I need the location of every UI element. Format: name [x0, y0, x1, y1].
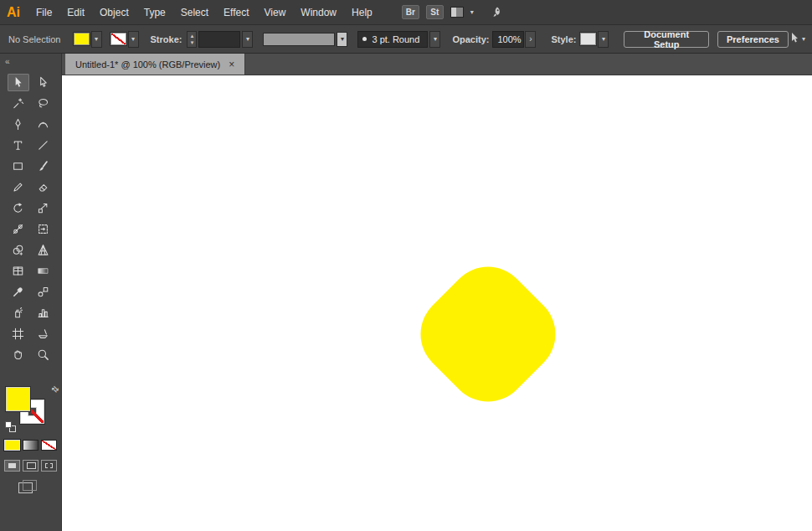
menu-effect[interactable]: Effect [216, 0, 256, 25]
artboard-tool[interactable] [8, 325, 29, 343]
menu-edit[interactable]: Edit [59, 0, 92, 25]
toolbox-fill-swatch[interactable] [6, 387, 30, 411]
style-swatch[interactable] [580, 33, 596, 45]
width-profile-control: ▾ [263, 32, 347, 47]
fill-color-control: ▾ [74, 31, 102, 48]
gradient-tool[interactable] [32, 262, 54, 280]
tab-close-icon[interactable]: × [229, 59, 234, 70]
menu-help[interactable]: Help [344, 0, 380, 25]
shaper-tool[interactable] [8, 178, 29, 196]
width-tool[interactable] [8, 220, 29, 238]
stock-button[interactable]: St [426, 5, 444, 19]
line-segment-tool[interactable] [32, 137, 54, 154]
width-profile-caret-icon[interactable]: ▾ [337, 32, 347, 47]
zoom-tool[interactable] [32, 346, 54, 363]
artboard-canvas[interactable] [62, 75, 812, 531]
brush-definition-value: 3 pt. Round [372, 34, 419, 44]
type-tool[interactable] [8, 137, 29, 154]
opacity-input[interactable]: 100% [492, 31, 524, 48]
none-button[interactable] [41, 440, 57, 451]
change-screen-mode-button[interactable] [18, 480, 37, 493]
symbol-sprayer-tool[interactable] [8, 304, 29, 322]
blend-tool[interactable] [32, 283, 54, 301]
default-fill-stroke-icon[interactable] [4, 420, 18, 434]
brush-caret-icon[interactable]: ▾ [429, 31, 440, 48]
document-tab[interactable]: Untitled-1* @ 100% (RGB/Preview) × [65, 54, 245, 75]
document-tab-title: Untitled-1* @ 100% (RGB/Preview) [75, 59, 220, 70]
column-graph-tool[interactable] [32, 304, 54, 322]
stroke-weight-caret-icon[interactable]: ▾ [242, 31, 253, 48]
opacity-chevron-icon[interactable]: › [525, 31, 536, 48]
artwork-rounded-square[interactable] [404, 250, 573, 419]
collapse-panel-icon[interactable]: « [0, 54, 61, 72]
style-label: Style: [551, 34, 576, 44]
stroke-weight-input[interactable] [198, 31, 240, 48]
free-transform-tool[interactable] [32, 220, 54, 238]
mesh-tool[interactable] [8, 262, 29, 280]
rectangle-tool[interactable] [8, 157, 29, 175]
magic-wand-tool[interactable] [8, 95, 29, 112]
style-caret-icon[interactable]: ▾ [598, 31, 609, 48]
tools-panel: « ⇄ [0, 54, 62, 531]
scale-tool[interactable] [32, 199, 54, 217]
fill-swatch[interactable] [74, 33, 90, 45]
pointer-options-caret-icon[interactable]: ▾ [802, 35, 805, 43]
fill-stroke-indicator: ⇄ [4, 387, 58, 437]
brush-definition-control: 3 pt. Round ▾ [357, 31, 440, 48]
menu-select[interactable]: Select [173, 0, 216, 25]
lasso-tool[interactable] [32, 95, 54, 112]
menu-object[interactable]: Object [92, 0, 136, 25]
preferences-button[interactable]: Preferences [717, 31, 789, 48]
fill-caret-icon[interactable]: ▾ [91, 31, 102, 48]
swap-fill-stroke-icon[interactable]: ⇄ [49, 384, 61, 395]
direct-selection-tool[interactable] [32, 74, 54, 91]
draw-behind-button[interactable] [23, 460, 39, 472]
rotate-tool[interactable] [8, 199, 29, 217]
opacity-label: Opacity: [452, 34, 489, 44]
menubar: Ai File Edit Object Type Select Effect V… [0, 0, 812, 25]
gradient-button[interactable] [23, 440, 39, 451]
slice-tool[interactable] [32, 325, 54, 343]
eraser-tool[interactable] [32, 178, 54, 196]
draw-inside-button[interactable] [41, 460, 57, 472]
color-button[interactable] [4, 440, 20, 451]
control-bar: No Selection ▾ ▾ Stroke: ▴ ▾ ▾ ▾ 3 pt. R… [0, 25, 812, 54]
stroke-caret-icon[interactable]: ▾ [128, 31, 139, 48]
curvature-tool[interactable] [32, 116, 54, 133]
menu-type[interactable]: Type [136, 0, 173, 25]
draw-normal-button[interactable] [4, 460, 20, 472]
hand-tool[interactable] [8, 346, 29, 363]
workspace-caret-icon[interactable]: ▾ [470, 8, 474, 16]
shape-builder-tool[interactable] [8, 241, 29, 259]
document-setup-button[interactable]: Document Setup [624, 31, 709, 48]
tools-grid [0, 72, 61, 363]
illustrator-logo: Ai [0, 5, 28, 20]
paintbrush-tool[interactable] [32, 157, 54, 175]
brush-preview-dot-icon [362, 37, 367, 41]
brush-definition-select[interactable]: 3 pt. Round [357, 31, 428, 48]
eyedropper-tool[interactable] [8, 283, 29, 301]
paint-mode-row [4, 440, 57, 451]
menu-view[interactable]: View [257, 0, 294, 25]
perspective-grid-tool[interactable] [32, 241, 54, 259]
style-control: ▾ [580, 31, 609, 48]
pointer-options-icon[interactable] [789, 32, 800, 47]
menu-file[interactable]: File [28, 0, 59, 25]
stroke-none-swatch[interactable] [110, 33, 126, 45]
document-tab-bar: Untitled-1* @ 100% (RGB/Preview) × [62, 54, 812, 75]
opacity-control: 100% › [492, 31, 536, 48]
width-profile-preview[interactable] [263, 33, 335, 46]
selection-status: No Selection [8, 34, 64, 44]
menu-window[interactable]: Window [293, 0, 344, 25]
select-similar-control: ▾ [789, 32, 805, 47]
selection-tool[interactable] [8, 74, 29, 91]
stepper-up-icon[interactable]: ▴ [191, 33, 194, 39]
gpu-performance-rocket-icon[interactable] [491, 6, 504, 19]
pen-tool[interactable] [8, 116, 29, 133]
stepper-down-icon[interactable]: ▾ [191, 39, 194, 46]
stroke-weight-control: ▾ [198, 31, 253, 48]
stroke-weight-stepper[interactable]: ▴ ▾ [187, 31, 197, 48]
workspace-switcher-icon[interactable] [450, 7, 464, 18]
bridge-button[interactable]: Br [402, 5, 419, 19]
stroke-label: Stroke: [151, 34, 182, 44]
